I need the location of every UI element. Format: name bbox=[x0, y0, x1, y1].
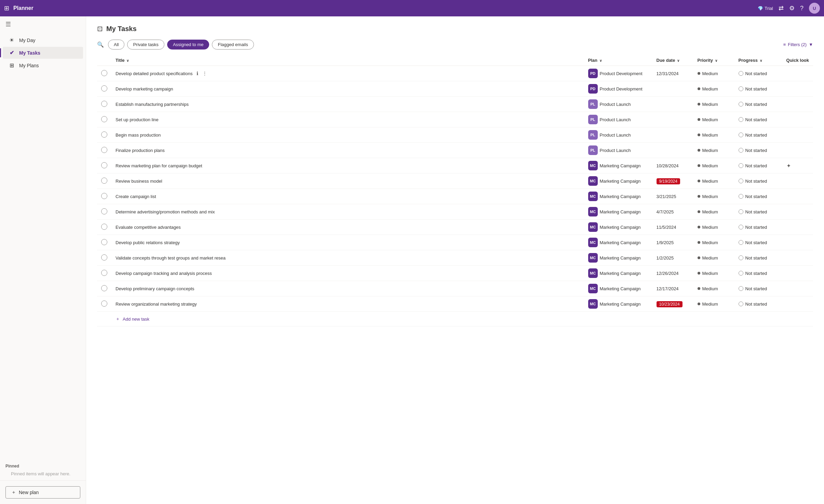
info-button[interactable]: ℹ bbox=[195, 70, 200, 77]
table-row: Develop marketing campaign ℹ ⋮ PD Produc… bbox=[97, 81, 813, 97]
task-title[interactable]: Finalize production plans bbox=[116, 148, 165, 153]
add-task-button[interactable]: ＋ Add new task bbox=[116, 314, 149, 323]
toggle-button[interactable]: ☰ bbox=[5, 20, 11, 28]
priority-dot bbox=[698, 72, 700, 75]
task-priority: Medium bbox=[698, 225, 730, 230]
task-title[interactable]: Validate concepts through test groups an… bbox=[116, 255, 226, 261]
task-priority: Medium bbox=[698, 271, 730, 276]
task-plan: MC Marketing Campaign bbox=[588, 268, 648, 278]
sidebar-item-my-tasks[interactable]: ✔ My Tasks bbox=[3, 47, 83, 59]
task-checkbox[interactable] bbox=[101, 208, 107, 214]
task-checkbox[interactable] bbox=[101, 131, 107, 138]
task-progress: Not started bbox=[739, 117, 778, 122]
app-title: Planner bbox=[13, 5, 33, 11]
task-title[interactable]: Review business model bbox=[116, 179, 162, 184]
task-title[interactable]: Develop preliminary campaign concepts bbox=[116, 286, 194, 291]
plan-badge: PL bbox=[588, 115, 598, 124]
due-date: 12/17/2024 bbox=[657, 286, 679, 291]
tab-flagged[interactable]: Flagged emails bbox=[212, 40, 254, 50]
task-checkbox[interactable] bbox=[101, 101, 107, 107]
col-due[interactable]: Due date ∨ bbox=[652, 55, 693, 66]
due-date: 10/28/2024 bbox=[657, 163, 679, 168]
avatar[interactable]: U bbox=[809, 3, 820, 14]
task-priority: Medium bbox=[698, 255, 730, 261]
sidebar-item-my-day[interactable]: ☀ My Day bbox=[3, 34, 83, 46]
task-checkbox[interactable] bbox=[101, 285, 107, 291]
task-checkbox[interactable] bbox=[101, 162, 107, 168]
sidebar-toggle[interactable]: ☰ bbox=[0, 16, 86, 32]
due-date: 12/31/2024 bbox=[657, 71, 679, 76]
progress-label: Not started bbox=[745, 71, 767, 76]
trial-button[interactable]: 💎 Trial bbox=[758, 6, 773, 11]
quicklook-button[interactable]: ✦ bbox=[786, 163, 791, 169]
priority-label: Medium bbox=[702, 240, 718, 245]
task-title[interactable]: Establish manufacturing partnerships bbox=[116, 102, 189, 107]
sort-due-icon: ∨ bbox=[677, 59, 679, 62]
col-priority[interactable]: Priority ∨ bbox=[693, 55, 734, 66]
table-row: Develop detailed product specifications … bbox=[97, 66, 813, 81]
priority-label: Medium bbox=[702, 71, 718, 76]
task-title[interactable]: Begin mass production bbox=[116, 132, 161, 138]
priority-label: Medium bbox=[702, 179, 718, 184]
help-icon[interactable]: ? bbox=[800, 5, 803, 12]
task-title[interactable]: Develop detailed product specifications bbox=[116, 71, 192, 76]
progress-circle bbox=[739, 286, 743, 291]
task-checkbox[interactable] bbox=[101, 70, 107, 76]
task-title[interactable]: Review organizational marketing strategy bbox=[116, 302, 197, 307]
share-icon[interactable]: ⇄ bbox=[779, 4, 784, 12]
sidebar-item-my-plans[interactable]: ⊞ My Plans bbox=[3, 59, 83, 71]
col-title[interactable]: Title ∨ bbox=[111, 55, 584, 66]
due-date: 9/19/2024 bbox=[657, 178, 680, 184]
progress-circle bbox=[739, 117, 743, 122]
grid-icon[interactable]: ⊞ bbox=[4, 4, 9, 12]
task-checkbox[interactable] bbox=[101, 193, 107, 199]
filters-control[interactable]: ≡ Filters (2) ▼ bbox=[783, 42, 813, 47]
table-row: Review business model ℹ ⋮ MC Marketing C… bbox=[97, 173, 813, 189]
plus-icon: ＋ bbox=[11, 489, 16, 495]
task-checkbox[interactable] bbox=[101, 147, 107, 153]
task-progress: Not started bbox=[739, 255, 778, 261]
task-progress: Not started bbox=[739, 132, 778, 138]
task-checkbox[interactable] bbox=[101, 116, 107, 122]
task-progress: Not started bbox=[739, 302, 778, 307]
tab-assigned[interactable]: Assigned to me bbox=[167, 40, 210, 50]
priority-label: Medium bbox=[702, 225, 718, 230]
task-title[interactable]: Determine advertising/promotion methods … bbox=[116, 209, 215, 214]
task-checkbox[interactable] bbox=[101, 254, 107, 261]
task-checkbox[interactable] bbox=[101, 300, 107, 307]
priority-dot bbox=[698, 87, 700, 90]
progress-label: Not started bbox=[745, 117, 767, 122]
task-plan: MC Marketing Campaign bbox=[588, 161, 648, 170]
progress-label: Not started bbox=[745, 225, 767, 230]
task-title[interactable]: Develop public relations strategy bbox=[116, 240, 180, 245]
tab-private[interactable]: Private tasks bbox=[127, 40, 164, 50]
priority-dot bbox=[698, 272, 700, 275]
task-title[interactable]: Review marketing plan for campaign budge… bbox=[116, 163, 202, 168]
table-row: Develop preliminary campaign concepts ℹ … bbox=[97, 281, 813, 296]
task-checkbox[interactable] bbox=[101, 239, 107, 245]
task-title[interactable]: Set up production line bbox=[116, 117, 159, 122]
progress-label: Not started bbox=[745, 240, 767, 245]
task-checkbox[interactable] bbox=[101, 85, 107, 92]
task-checkbox[interactable] bbox=[101, 270, 107, 276]
progress-circle bbox=[739, 194, 743, 199]
tab-all[interactable]: All bbox=[108, 40, 124, 50]
col-progress[interactable]: Progress ∨ bbox=[734, 55, 782, 66]
priority-label: Medium bbox=[702, 102, 718, 107]
plan-name: Marketing Campaign bbox=[600, 271, 641, 276]
plan-badge: MC bbox=[588, 176, 598, 186]
more-button[interactable]: ⋮ bbox=[201, 70, 208, 77]
col-plan[interactable]: Plan ∨ bbox=[584, 55, 652, 66]
task-title[interactable]: Evaluate competitive advantages bbox=[116, 225, 181, 230]
task-title[interactable]: Create campaign list bbox=[116, 194, 156, 199]
search-button[interactable]: 🔍 bbox=[97, 41, 104, 48]
due-date: 12/26/2024 bbox=[657, 271, 679, 276]
new-plan-button[interactable]: ＋ New plan bbox=[5, 486, 80, 499]
task-title[interactable]: Develop marketing campaign bbox=[116, 86, 173, 92]
task-checkbox[interactable] bbox=[101, 178, 107, 184]
task-title[interactable]: Develop campaign tracking and analysis p… bbox=[116, 271, 212, 276]
priority-dot bbox=[698, 287, 700, 290]
task-checkbox[interactable] bbox=[101, 224, 107, 230]
plan-badge: MC bbox=[588, 161, 598, 170]
settings-icon[interactable]: ⚙ bbox=[789, 4, 795, 12]
